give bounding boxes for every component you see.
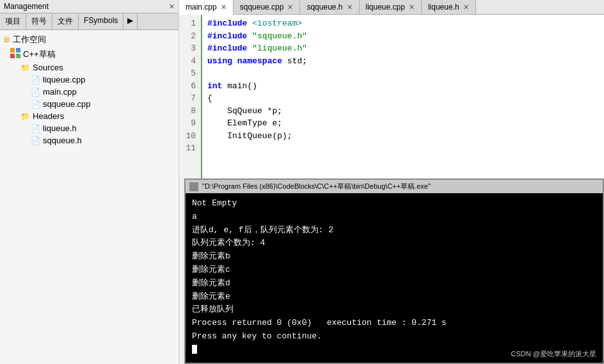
tree-sqqueue-cpp-label: sqqueue.cpp — [43, 99, 90, 109]
tree-sqqueue-cpp[interactable]: 📄 sqqueue.cpp — [0, 98, 179, 110]
panel-close-button[interactable]: ✕ — [169, 3, 175, 11]
tab-liqueue-h-close[interactable]: ✕ — [463, 3, 469, 12]
code-text[interactable]: #include <iostream> #include "sqqueue.h"… — [202, 15, 604, 178]
cpp-file-icon-main: 📄 — [31, 88, 40, 97]
tab-file[interactable]: 文件 — [52, 13, 79, 29]
tabs-more-arrow[interactable]: ▶ — [123, 13, 138, 29]
tab-main-cpp-close[interactable]: ✕ — [221, 3, 226, 12]
cpp-file-icon: 📄 — [31, 75, 40, 84]
project-icon — [10, 48, 20, 60]
tree-sqqueue-h[interactable]: 📄 sqqueue.h — [0, 134, 179, 146]
cursor-block — [192, 345, 197, 354]
panel-title: Management — [4, 2, 49, 11]
terminal-line-7: 删除元素e — [192, 290, 596, 304]
tab-liqueue-cpp-label: liqueue.cpp — [366, 3, 405, 12]
terminal-line-3: 队列元素个数为: 4 — [192, 237, 596, 250]
tree-sqqueue-h-label: sqqueue.h — [43, 136, 82, 145]
tree-sources-folder[interactable]: 📁 Sources — [0, 61, 179, 74]
project-tree: 🖥 工作空间 C++草稿 📁 Sources 📄 liqueu — [0, 30, 179, 364]
svg-rect-2 — [10, 54, 15, 58]
tree-project[interactable]: C++草稿 — [0, 47, 179, 61]
terminal-line-5: 删除元素c — [192, 264, 596, 277]
tree-headers-label: Headers — [33, 111, 64, 121]
tree-main-cpp[interactable]: 📄 main.cpp — [0, 86, 179, 98]
tree-headers-folder[interactable]: 📁 Headers — [0, 110, 179, 122]
h-file-icon-sq: 📄 — [31, 136, 40, 145]
terminal-line-0: Not Empty — [192, 197, 596, 210]
editor-tabs-bar: main.cpp ✕ sqqueue.cpp ✕ sqqueue.h ✕ liq… — [179, 0, 604, 15]
tab-fsymbols[interactable]: FSymbols — [79, 13, 123, 29]
panel-tabs-row: 项目 符号 文件 FSymbols ▶ — [0, 13, 179, 30]
tab-liqueue-h-label: liqueue.h — [428, 3, 459, 12]
terminal-line-4: 删除元素b — [192, 250, 596, 264]
terminal-line-6: 删除元素d — [192, 277, 596, 290]
tab-sqqueue-h-close[interactable]: ✕ — [347, 3, 353, 12]
svg-rect-1 — [16, 48, 20, 52]
terminal-body: Not Empty a 进队d, e, f后，队列元素个数为: 2 队列元素个数… — [186, 193, 603, 361]
cpp-file-icon-sq: 📄 — [31, 100, 40, 109]
code-editor[interactable]: 1 2 3 4 5 6 7 8 9 10 11 #include <iostre… — [179, 15, 604, 178]
editor-tab-liqueue-h[interactable]: liqueue.h ✕ — [422, 0, 476, 14]
tab-sqqueue-cpp-close[interactable]: ✕ — [287, 3, 293, 12]
tree-sources-label: Sources — [33, 63, 63, 72]
tab-sqqueue-cpp-label: sqqueue.cpp — [240, 3, 284, 12]
tree-workspace-label: 工作空间 — [13, 34, 46, 45]
tree-liqueue-cpp-label: liqueue.cpp — [43, 75, 86, 84]
tree-liqueue-h-label: liqueue.h — [43, 123, 77, 133]
terminal-title-bar: "D:\Program Files (x86)\CodeBlocks\C\C++… — [186, 180, 603, 193]
left-panel: Management ✕ 项目 符号 文件 FSymbols ▶ 🖥 工作空间 — [0, 0, 179, 364]
editor-tab-main-cpp[interactable]: main.cpp ✕ — [179, 0, 234, 15]
headers-folder-icon: 📁 — [20, 112, 30, 121]
tab-liqueue-cpp-close[interactable]: ✕ — [409, 3, 415, 12]
svg-rect-0 — [10, 48, 15, 52]
tab-sqqueue-h-label: sqqueue.h — [306, 3, 342, 12]
tree-project-label: C++草稿 — [23, 49, 56, 60]
tab-main-cpp-label: main.cpp — [186, 3, 217, 12]
line-numbers: 1 2 3 4 5 6 7 8 9 10 11 — [179, 15, 202, 178]
editor-tab-liqueue-cpp[interactable]: liqueue.cpp ✕ — [360, 0, 422, 14]
tree-liqueue-cpp[interactable]: 📄 liqueue.cpp — [0, 74, 179, 86]
terminal-line-10: Press any key to continue. — [192, 330, 596, 344]
terminal-line-8: 已释放队列 — [192, 303, 596, 317]
terminal-footer: CSDN @爱吃苹果的派大星 — [511, 349, 596, 359]
tab-symbol[interactable]: 符号 — [26, 13, 52, 29]
tree-liqueue-h[interactable]: 📄 liqueue.h — [0, 122, 179, 134]
tree-workspace[interactable]: 🖥 工作空间 — [0, 33, 179, 47]
terminal-line-9: Process returned 0 (0x0) execution time … — [192, 317, 596, 330]
terminal-line-1: a — [192, 210, 596, 224]
right-panel: main.cpp ✕ sqqueue.cpp ✕ sqqueue.h ✕ liq… — [179, 0, 604, 364]
folder-icon: 📁 — [20, 63, 30, 72]
tree-main-cpp-label: main.cpp — [43, 87, 77, 97]
terminal-line-2: 进队d, e, f后，队列元素个数为: 2 — [192, 224, 596, 237]
h-file-icon-li: 📄 — [31, 124, 40, 133]
panel-title-bar: Management ✕ — [0, 0, 179, 13]
editor-tab-sqqueue-h[interactable]: sqqueue.h ✕ — [300, 0, 359, 14]
tab-project[interactable]: 项目 — [0, 13, 26, 29]
code-and-terminal: 1 2 3 4 5 6 7 8 9 10 11 #include <iostre… — [179, 15, 604, 364]
terminal-title-icon — [189, 182, 198, 191]
editor-tab-sqqueue-cpp[interactable]: sqqueue.cpp ✕ — [234, 0, 301, 14]
terminal-window: "D:\Program Files (x86)\CodeBlocks\C\C++… — [184, 178, 604, 364]
svg-rect-3 — [16, 54, 20, 58]
terminal-title-path: "D:\Program Files (x86)\CodeBlocks\C\C++… — [202, 182, 431, 191]
workspace-icon: 🖥 — [3, 35, 10, 44]
